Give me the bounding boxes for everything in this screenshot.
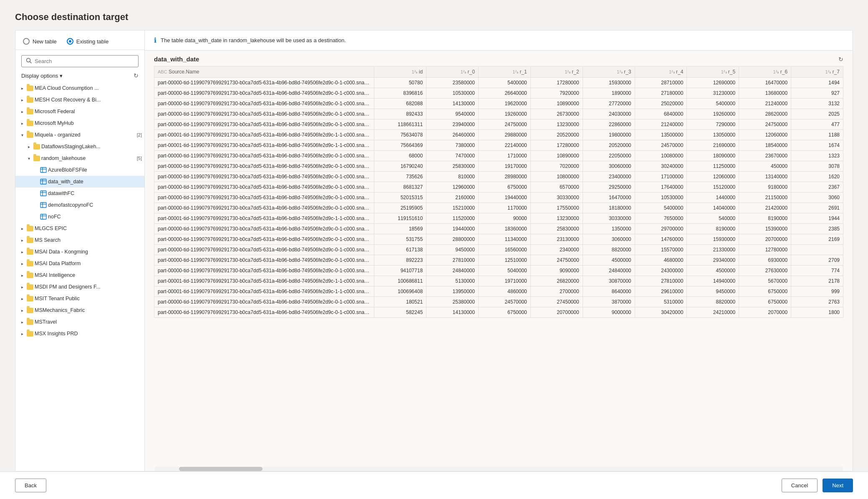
- table-row: part-00001-tid-11990797699291730-b0ca7dd…: [154, 140, 843, 151]
- table-cell: 4500000: [583, 255, 635, 266]
- new-table-radio[interactable]: [23, 38, 30, 45]
- table-refresh-icon[interactable]: ↻: [838, 56, 843, 63]
- tree-item-msmyhub[interactable]: Microsoft MyHub: [15, 117, 144, 129]
- folder-mssearch-icon: [26, 236, 34, 244]
- table-cell: 9450000: [426, 245, 479, 255]
- tree-item-nofc[interactable]: noFC: [15, 211, 144, 223]
- tree-item-msaiintelligence[interactable]: MSAI Intelligence: [15, 269, 144, 281]
- table-cell: 25380000: [426, 297, 479, 307]
- tree-item-random[interactable]: random_lakehouse [5]: [15, 152, 144, 164]
- tree-item-mssearch[interactable]: MS Search: [15, 234, 144, 246]
- table-cell: 11250000: [687, 161, 739, 172]
- tree-item-miquela[interactable]: Miquela - organized [2]: [15, 129, 144, 141]
- info-text: The table data_with_date in random_lakeh…: [161, 37, 346, 43]
- tree-item-datawithfc[interactable]: datawithFC: [15, 187, 144, 199]
- table-cell: 4680000: [635, 255, 687, 266]
- table-cell: 21330000: [687, 245, 739, 255]
- svg-rect-5: [40, 179, 46, 184]
- col-header-r2: 1²₃ r_2: [530, 66, 583, 78]
- table-cell: 24750000: [530, 255, 583, 266]
- tree-item-mea[interactable]: MEA Cloud Consumption ...: [15, 82, 144, 94]
- tree-item-mesh[interactable]: MESH Cost Recovery & Bi...: [15, 94, 144, 106]
- next-button[interactable]: Next: [823, 479, 853, 492]
- table-cell: 100696408: [374, 286, 426, 297]
- table-row: part-00000-tid-11990797699291730-b0ca7dd…: [154, 224, 843, 234]
- refresh-icon[interactable]: ↻: [134, 72, 139, 79]
- existing-table-radio[interactable]: [67, 38, 73, 45]
- table-cell: 25195905: [374, 203, 426, 213]
- tree-label-msdipmdfs: MSDI PM and Designers F...: [35, 284, 142, 290]
- table-cell: 20700000: [530, 307, 583, 318]
- table-cell: 17280000: [530, 78, 583, 88]
- tree-item-azureblob[interactable]: AzureBlobFSFile: [15, 164, 144, 176]
- table-cell: 7470000: [426, 151, 479, 161]
- table-cell: 23670000: [739, 151, 791, 161]
- back-button[interactable]: Back: [15, 479, 46, 492]
- table-cell: 3870000: [583, 297, 635, 307]
- folder-mea-icon: [26, 84, 34, 92]
- chevron-dataflows-icon: [25, 143, 32, 150]
- existing-table-option[interactable]: Existing table: [67, 38, 108, 45]
- folder-mlgcs-icon: [26, 225, 34, 232]
- table-cell: 2025: [791, 109, 843, 119]
- tree-item-msdipmdfs[interactable]: MSDI PM and Designers F...: [15, 281, 144, 293]
- horizontal-scrollbar[interactable]: [154, 467, 843, 471]
- table-cell: 8640000: [583, 286, 635, 297]
- table-cell: 24210000: [687, 307, 739, 318]
- tree-item-msittenantpublic[interactable]: MSIT Tenant Public: [15, 293, 144, 304]
- table-cell: 8820000: [583, 245, 635, 255]
- chevron-msdipmdfs-icon: [19, 284, 25, 290]
- chevron-msaidatakong-icon: [19, 248, 25, 255]
- tree-item-dataflows[interactable]: DataflowsStagingLakeh...: [15, 141, 144, 152]
- data-table-wrapper: ABC Source.Name 1²₃ id 1²₃ r_0 1²₃ r_1 1: [145, 66, 853, 467]
- info-icon: ℹ: [154, 36, 156, 44]
- scrollbar-thumb[interactable]: [179, 467, 262, 471]
- chevron-mstravel-icon: [19, 319, 25, 325]
- table-cell: 24750000: [478, 119, 530, 130]
- search-input[interactable]: [35, 58, 134, 64]
- cancel-button[interactable]: Cancel: [782, 479, 818, 492]
- table-cell: 28980000: [478, 172, 530, 182]
- table-cell: 118661311: [374, 119, 426, 130]
- table-cell: 26730000: [530, 109, 583, 119]
- tree-label-msxinsightsprd: MSX Insights PRD: [35, 331, 142, 337]
- table-cell: 75634078: [374, 130, 426, 140]
- table-cell: 18360000: [478, 224, 530, 234]
- table-cell: 119151610: [374, 213, 426, 224]
- col-header-r5: 1²₃ r_5: [687, 66, 739, 78]
- table-cell: 10530000: [635, 193, 687, 203]
- table-cell: 810000: [426, 172, 479, 182]
- display-options-button[interactable]: Display options ▾: [21, 73, 63, 79]
- table-cell: 1494: [791, 78, 843, 88]
- table-cell: 6840000: [635, 109, 687, 119]
- tree-item-msfederal[interactable]: Microsoft Federal: [15, 106, 144, 117]
- table-cell: part-00001-tid-11990797699291730-b0ca7dd…: [154, 276, 374, 286]
- chevron-mesh-icon: [19, 96, 25, 103]
- tree-item-mstravel[interactable]: MSTravel: [15, 316, 144, 328]
- tree-item-mlgcs[interactable]: MLGCS EPIC: [15, 223, 144, 234]
- new-table-option[interactable]: New table: [23, 38, 57, 45]
- tree-item-msxinsightsprd[interactable]: MSX Insights PRD: [15, 328, 144, 339]
- chevron-demofastcopynofc-icon: [32, 202, 39, 208]
- table-cell: 15570000: [635, 245, 687, 255]
- tree-item-demofastcopynofc[interactable]: demofastcopynoFC: [15, 199, 144, 211]
- page-title: Choose destination target: [0, 0, 868, 30]
- tree-item-msmechanicsfabric[interactable]: MSMechanics_Fabric: [15, 304, 144, 316]
- table-cell: 50780: [374, 78, 426, 88]
- table-cell: part-00001-tid-11990797699291730-b0ca7dd…: [154, 213, 374, 224]
- tree-item-datawithdate[interactable]: data_with_date: [15, 176, 144, 187]
- table-cell: 180521: [374, 297, 426, 307]
- table-cell: 22050000: [583, 151, 635, 161]
- table-row: part-00001-tid-11990797699291730-b0ca7dd…: [154, 276, 843, 286]
- tree-item-msaidataplatform[interactable]: MSAI Data Platform: [15, 258, 144, 269]
- table-cell: part-00001-tid-11990797699291730-b0ca7dd…: [154, 286, 374, 297]
- svg-rect-14: [40, 214, 46, 219]
- table-cell: 20520000: [530, 130, 583, 140]
- svg-rect-8: [40, 191, 46, 196]
- table-cell: 682088: [374, 99, 426, 109]
- table-cell: part-00000-tid-11990797699291730-b0ca7dd…: [154, 203, 374, 213]
- tree-item-msaidatakong[interactable]: MSAI Data - Kongming: [15, 246, 144, 258]
- table-cell: 21240000: [739, 99, 791, 109]
- table-cell: 25830000: [426, 161, 479, 172]
- tree-label-msmyhub: Microsoft MyHub: [35, 120, 142, 126]
